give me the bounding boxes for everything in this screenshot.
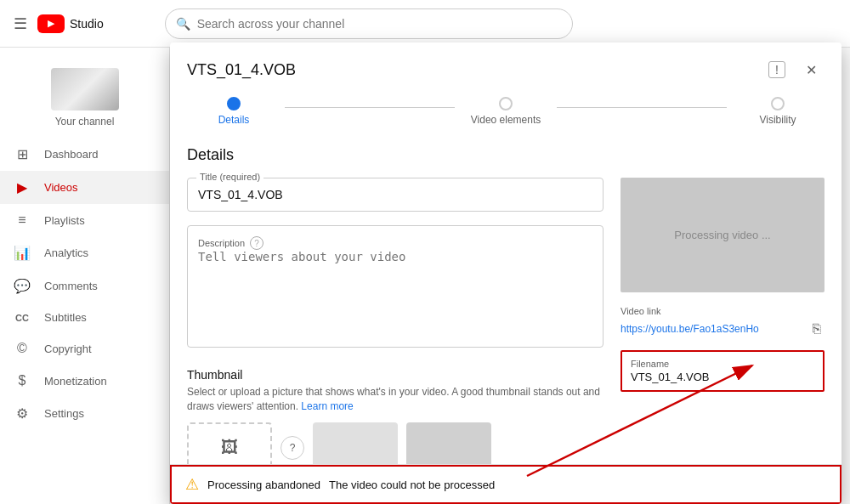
sidebar-item-comments[interactable]: 💬 Comments xyxy=(0,269,169,303)
upload-icon: 🖼 xyxy=(221,438,238,457)
playlists-icon: ≡ xyxy=(14,212,31,228)
form-section: Title (required) Description ? Thumbnail… xyxy=(187,178,604,464)
description-label: Description xyxy=(198,238,245,248)
settings-icon: ⚙ xyxy=(14,405,31,422)
filename-value: VTS_01_4.VOB xyxy=(631,371,814,383)
videos-icon: ▶ xyxy=(14,179,31,195)
channel-avatar xyxy=(51,68,119,110)
search-input[interactable] xyxy=(197,17,562,31)
error-main-text: Processing abandoned xyxy=(207,479,320,491)
analytics-icon: 📊 xyxy=(14,245,31,261)
comments-icon: 💬 xyxy=(14,278,31,294)
thumbnail-upload-button[interactable]: 🖼 xyxy=(187,422,272,464)
title-input[interactable] xyxy=(198,188,592,201)
modal-body: Details Title (required) Description ? xyxy=(170,133,842,464)
video-preview-text: Processing video ... xyxy=(674,229,770,241)
menu-icon[interactable]: ☰ xyxy=(14,14,27,33)
modal-title: VTS_01_4.VOB xyxy=(187,61,296,79)
step-details[interactable]: Details xyxy=(183,97,285,126)
upload-modal: VTS_01_4.VOB ! ✕ Details Video elements xyxy=(170,42,842,504)
thumbnail-section: Thumbnail Select or upload a picture tha… xyxy=(187,368,604,464)
modal-bottom: ⚠ Processing abandoned The video could n… xyxy=(170,464,842,504)
error-warning-icon: ⚠ xyxy=(185,475,199,494)
step-line-2 xyxy=(557,107,727,108)
sidebar: Your channel ⊞ Dashboard ▶ Videos ≡ Play… xyxy=(0,48,170,504)
filename-section: Filename VTS_01_4.VOB xyxy=(620,350,824,392)
section-title: Details xyxy=(187,146,824,164)
close-icon: ✕ xyxy=(806,62,817,78)
step-video-elements-circle xyxy=(499,97,513,110)
sidebar-label-subtitles: Subtitles xyxy=(44,311,87,324)
copy-icon[interactable]: ⎘ xyxy=(809,318,824,340)
sidebar-label-monetization: Monetization xyxy=(44,375,107,388)
step-line-1 xyxy=(285,107,455,108)
dashboard-icon: ⊞ xyxy=(14,146,31,162)
learn-more-link[interactable]: Learn more xyxy=(301,400,353,412)
search-bar[interactable]: 🔍 xyxy=(165,8,573,39)
step-visibility-label: Visibility xyxy=(759,114,796,126)
sidebar-item-settings[interactable]: ⚙ Settings xyxy=(0,397,169,430)
search-icon: 🔍 xyxy=(176,17,190,31)
channel-name: Your channel xyxy=(55,116,115,127)
video-link-label: Video link xyxy=(620,306,824,316)
description-field[interactable]: Description ? xyxy=(187,225,604,348)
video-link-section: Video link https://youtu.be/Fao1aS3enHo … xyxy=(620,306,824,340)
sidebar-label-videos: Videos xyxy=(44,181,78,194)
step-visibility-circle xyxy=(771,97,785,110)
sidebar-label-playlists: Playlists xyxy=(44,214,85,227)
close-button[interactable]: ✕ xyxy=(797,56,824,83)
stepper: Details Video elements Visibility xyxy=(170,83,842,133)
sidebar-item-subtitles[interactable]: CC Subtitles xyxy=(0,303,169,332)
sidebar-item-dashboard[interactable]: ⊞ Dashboard xyxy=(0,138,169,171)
video-link-row: https://youtu.be/Fao1aS3enHo ⎘ xyxy=(620,318,824,340)
sidebar-item-monetization[interactable]: $ Monetization xyxy=(0,365,169,397)
sidebar-item-videos[interactable]: ▶ Videos xyxy=(0,171,169,204)
step-details-circle xyxy=(227,97,241,110)
subtitles-icon: CC xyxy=(14,313,31,323)
thumbnail-options: 🖼 ? xyxy=(187,422,604,464)
sidebar-label-comments: Comments xyxy=(44,280,98,292)
monetization-icon: $ xyxy=(14,373,31,388)
help-button[interactable]: ! xyxy=(763,56,790,83)
sidebar-label-analytics: Analytics xyxy=(44,246,88,259)
sidebar-item-copyright[interactable]: © Copyright xyxy=(0,332,169,365)
thumbnail-desc: Select or upload a picture that shows wh… xyxy=(187,385,604,414)
video-preview: Processing video ... xyxy=(620,178,824,292)
sidebar-label-settings: Settings xyxy=(44,407,84,420)
thumbnail-help-icon[interactable]: ? xyxy=(280,436,304,460)
error-bar: ⚠ Processing abandoned The video could n… xyxy=(170,465,842,504)
description-textarea[interactable] xyxy=(198,250,592,335)
description-label-row: Description ? xyxy=(198,236,592,250)
modal-header: VTS_01_4.VOB ! ✕ xyxy=(170,42,842,83)
video-link-url[interactable]: https://youtu.be/Fao1aS3enHo xyxy=(620,323,802,335)
copyright-icon: © xyxy=(14,341,31,356)
filename-label: Filename xyxy=(631,359,814,369)
right-panel: Processing video ... Video link https://… xyxy=(620,178,824,464)
step-video-elements[interactable]: Video elements xyxy=(455,97,557,126)
step-video-elements-label: Video elements xyxy=(471,114,541,126)
thumbnail-auto-1[interactable] xyxy=(313,422,398,464)
thumbnail-auto-2[interactable] xyxy=(406,422,491,464)
content-grid: Title (required) Description ? Thumbnail… xyxy=(187,178,824,464)
help-icon: ! xyxy=(768,61,785,78)
title-field[interactable]: Title (required) xyxy=(187,178,604,212)
sidebar-label-dashboard: Dashboard xyxy=(44,148,99,161)
topbar: ☰ Studio 🔍 xyxy=(0,0,850,48)
description-help-icon[interactable]: ? xyxy=(250,236,264,250)
sidebar-label-copyright: Copyright xyxy=(44,343,92,355)
sidebar-item-playlists[interactable]: ≡ Playlists xyxy=(0,204,169,236)
modal-header-actions: ! ✕ xyxy=(763,56,824,83)
step-details-label: Details xyxy=(218,114,250,126)
youtube-logo xyxy=(37,14,65,33)
step-visibility[interactable]: Visibility xyxy=(727,97,829,126)
title-label: Title (required) xyxy=(196,172,264,182)
channel-section: Your channel xyxy=(0,54,169,138)
error-sub-text: The video could not be processed xyxy=(329,479,495,491)
logo: Studio xyxy=(37,14,104,33)
step-container: Details Video elements Visibility xyxy=(183,97,829,126)
sidebar-item-analytics[interactable]: 📊 Analytics xyxy=(0,236,169,269)
thumbnail-title: Thumbnail xyxy=(187,368,604,382)
studio-label: Studio xyxy=(70,17,104,31)
